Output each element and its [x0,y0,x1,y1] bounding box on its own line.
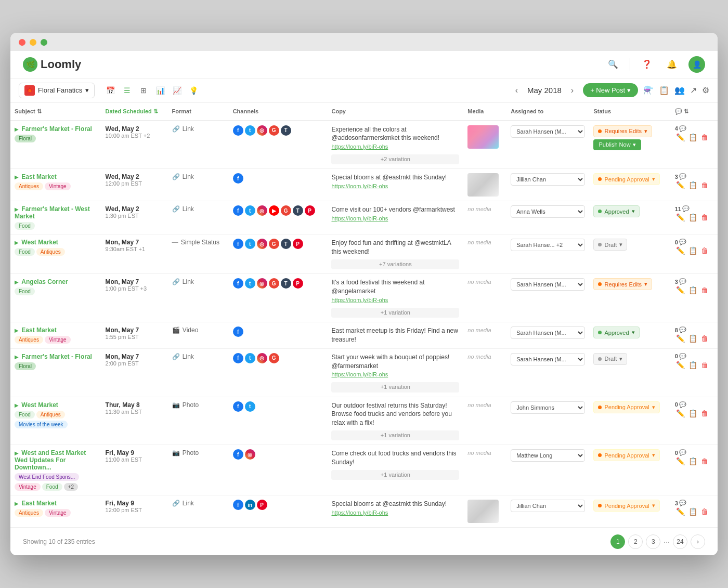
expand-icon[interactable]: ▶ [15,126,19,132]
status-badge[interactable]: Draft ▾ [593,353,627,365]
prev-month-btn[interactable]: ‹ [512,85,521,96]
copy-link[interactable]: https://loom.ly/biR-ohs [331,183,388,189]
delete-btn[interactable]: 🗑 [700,506,709,517]
edit-btn[interactable]: ✏️ [675,408,686,419]
settings-btn[interactable]: ⚙ [702,85,709,95]
subject-name[interactable]: Angelas Corner [21,278,68,285]
copy-btn[interactable]: 📋 [687,333,698,344]
expand-icon[interactable]: ▶ [15,328,19,333]
copy-btn[interactable]: 📋 [687,408,698,419]
assignee-select[interactable]: Matthew Long [511,449,585,462]
copy-btn[interactable]: 📋 [687,212,698,223]
copy-btn[interactable]: 📋 [687,456,698,466]
status-badge[interactable]: Pending Approval ▾ [593,173,659,185]
user-avatar[interactable]: 👤 [688,56,705,73]
page-1-btn[interactable]: 1 [610,534,625,549]
assignee-select[interactable]: Anna Wells [511,205,585,218]
copy-link[interactable]: https://loom.ly/biR-ohs [331,297,388,303]
assignee-select[interactable]: Sarah Hansen (M... [511,278,585,291]
assignee-select[interactable]: Jillian Chan [511,173,585,186]
new-post-btn[interactable]: + New Post ▾ [583,83,638,97]
publish-now-btn[interactable]: Publish Now ▾ [593,139,641,150]
export-btn[interactable]: 📋 [659,85,669,95]
next-month-btn[interactable]: › [568,85,577,96]
delete-btn[interactable]: 🗑 [700,212,709,223]
search-button[interactable]: 🔍 [605,56,621,73]
status-badge[interactable]: Pending Approval ▾ [593,449,659,461]
edit-btn[interactable]: ✏️ [675,506,686,517]
assignee-select[interactable]: John Simmons [511,401,585,414]
page-next-btn[interactable]: › [691,534,705,549]
view-calendar-btn[interactable]: 📅 [103,83,118,98]
assignee-select[interactable]: Sarah Hansen (M... [511,125,585,138]
team-btn[interactable]: 👥 [674,85,685,95]
dot-red[interactable] [19,39,25,46]
status-badge[interactable]: Approved ▾ [593,205,639,217]
dot-yellow[interactable] [30,39,36,46]
expand-icon[interactable]: ▶ [15,174,19,180]
edit-btn[interactable]: ✏️ [675,285,686,295]
delete-btn[interactable]: 🗑 [700,132,709,142]
expand-icon[interactable]: ▶ [15,402,19,408]
subject-name[interactable]: Farmer's Market - West Market [15,205,90,220]
delete-btn[interactable]: 🗑 [700,180,709,190]
subject-name[interactable]: West and East Market Wed Updates For Dow… [15,449,86,471]
subject-name[interactable]: West Market [21,239,58,246]
copy-btn[interactable]: 📋 [687,360,698,370]
view-idea-btn[interactable]: 💡 [186,83,201,98]
expand-icon[interactable]: ▶ [15,354,19,360]
delete-btn[interactable]: 🗑 [700,245,709,256]
view-grid-btn[interactable]: ⊞ [136,83,151,98]
filter-btn[interactable]: ⚗️ [643,85,654,95]
copy-btn[interactable]: 📋 [687,245,698,256]
help-button[interactable]: ❓ [639,56,655,73]
edit-btn[interactable]: ✏️ [675,360,686,370]
copy-btn[interactable]: 📋 [687,285,698,295]
subject-name[interactable]: West Market [21,401,58,409]
status-badge[interactable]: Requires Edits ▾ [593,278,652,290]
copy-btn[interactable]: 📋 [687,506,698,517]
status-badge[interactable]: Approved ▾ [593,326,639,338]
view-bar-btn[interactable]: 📈 [170,83,184,98]
view-chart-btn[interactable]: 📊 [153,83,167,98]
edit-btn[interactable]: ✏️ [675,456,686,466]
share-btn[interactable]: ↗ [690,85,697,95]
subject-name[interactable]: East Market [21,326,56,334]
delete-btn[interactable]: 🗑 [700,285,709,295]
edit-btn[interactable]: ✏️ [675,180,686,190]
assignee-select[interactable]: Sarah Hansen (M... [511,326,585,339]
copy-btn[interactable]: 📋 [687,180,698,190]
variation-badge[interactable]: +1 variation [331,308,459,318]
page-3-btn[interactable]: 3 [646,534,660,549]
copy-btn[interactable]: 📋 [687,132,698,142]
expand-icon[interactable]: ▶ [15,450,19,456]
edit-btn[interactable]: ✏️ [675,132,686,142]
notifications-button[interactable]: 🔔 [664,56,680,73]
assignee-select[interactable]: Jillian Chan [511,500,585,512]
edit-btn[interactable]: ✏️ [675,333,686,344]
subject-name[interactable]: Farmer's Market - Floral [21,353,92,360]
page-24-btn[interactable]: 24 [673,534,687,549]
delete-btn[interactable]: 🗑 [700,456,709,466]
expand-icon[interactable]: ▶ [15,240,19,245]
expand-icon[interactable]: ▶ [15,501,19,506]
assignee-select[interactable]: Sarah Hansen (M... [511,353,585,365]
copy-link[interactable]: https://loom.ly/biR-ohs [331,371,388,377]
status-badge[interactable]: Draft ▾ [593,239,627,251]
variation-badge[interactable]: +1 variation [331,430,459,440]
subject-name[interactable]: Farmer's Market - Floral [21,125,92,133]
view-list-btn[interactable]: ☰ [120,83,134,98]
variation-badge[interactable]: +2 variation [331,154,459,164]
variation-badge[interactable]: +1 variation [331,470,459,480]
copy-link[interactable]: https://loom.ly/biR-ohs [331,215,388,221]
edit-btn[interactable]: ✏️ [675,245,686,256]
status-badge[interactable]: Pending Approval ▾ [593,401,659,413]
subject-name[interactable]: East Market [21,173,56,180]
copy-link[interactable]: https://loom.ly/biR-ohs [331,509,388,516]
copy-link[interactable]: https://loom.ly/biR-ohs [331,143,388,150]
page-2-btn[interactable]: 2 [628,534,643,549]
subject-name[interactable]: East Market [21,500,56,507]
assignee-select[interactable]: Sarah Hanse... +2 [511,239,585,251]
delete-btn[interactable]: 🗑 [700,360,709,370]
variation-badge[interactable]: +1 variation [331,382,459,392]
